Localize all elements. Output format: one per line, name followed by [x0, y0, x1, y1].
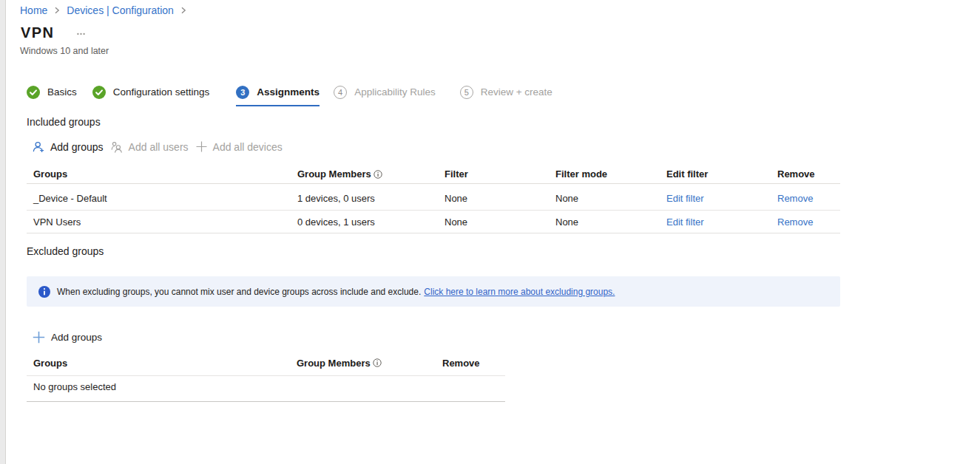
step-label: Configuration settings: [113, 86, 210, 99]
remove-link[interactable]: Remove: [777, 193, 813, 204]
breadcrumb: Home Devices | Configuration: [20, 4, 980, 16]
excluded-groups-heading: Excluded groups: [27, 245, 980, 257]
no-groups-selected-text: No groups selected: [27, 381, 297, 392]
column-header-remove: Remove: [777, 168, 840, 180]
group-members: 0 devices, 1 users: [297, 216, 445, 228]
column-header-edit-filter: Edit filter: [666, 168, 777, 180]
step-label: Basics: [47, 86, 77, 99]
filter-value: None: [445, 193, 555, 204]
breadcrumb-home-link[interactable]: Home: [20, 4, 47, 16]
column-header-group-members: Group Members: [297, 358, 442, 369]
excluded-add-groups-button[interactable]: Add groups: [27, 330, 980, 344]
check-circle-icon: [27, 86, 40, 102]
breadcrumb-chevron-icon: [180, 6, 187, 15]
filter-mode-value: None: [555, 193, 666, 204]
info-icon[interactable]: [374, 170, 382, 179]
add-all-users-label: Add all users: [129, 141, 189, 153]
breadcrumb-devices-configuration-link[interactable]: Devices | Configuration: [67, 4, 173, 16]
step-assignments[interactable]: 3 Assignments: [236, 86, 320, 106]
left-pane-edge: [0, 0, 6, 464]
included-groups-table: Groups Group Members Filter Filter mode …: [27, 167, 980, 233]
column-header-remove: Remove: [442, 358, 505, 369]
person-add-icon: [32, 140, 45, 154]
step-label: Applicability Rules: [354, 86, 436, 99]
included-groups-toolbar: Add groups Add all users Add all devices: [27, 140, 980, 154]
step-review-create[interactable]: 5 Review + create: [460, 86, 552, 106]
page-subtitle: Windows 10 and later: [20, 46, 980, 57]
assignments-page: Home Devices | Configuration VPN Windows…: [6, 0, 980, 464]
add-groups-label: Add groups: [50, 141, 104, 153]
filter-mode-value: None: [555, 216, 666, 228]
step-applicability-rules[interactable]: 4 Applicability Rules: [334, 86, 436, 106]
edit-filter-link[interactable]: Edit filter: [666, 193, 704, 204]
remove-link[interactable]: Remove: [777, 216, 813, 228]
excluded-add-groups-label: Add groups: [51, 332, 102, 343]
column-header-filter: Filter: [445, 168, 555, 180]
step-label: Review + create: [481, 86, 552, 99]
breadcrumb-chevron-icon: [53, 6, 61, 15]
empty-table-row: No groups selected: [27, 376, 505, 402]
edit-filter-link[interactable]: Edit filter: [666, 216, 704, 228]
people-icon: [110, 140, 124, 154]
add-all-devices-button[interactable]: Add all devices: [195, 140, 283, 153]
add-all-devices-label: Add all devices: [213, 141, 283, 153]
step-number-icon: 4: [334, 86, 347, 99]
column-header-groups: Groups: [27, 358, 297, 369]
info-icon[interactable]: [373, 358, 382, 367]
column-header-groups: Groups: [27, 168, 297, 180]
group-name: VPN Users: [27, 216, 297, 228]
group-members: 1 devices, 0 users: [297, 193, 445, 204]
step-configuration-settings[interactable]: Configuration settings: [92, 86, 210, 106]
table-header-row: Groups Group Members Filter Filter mode …: [27, 167, 840, 184]
step-label: Assignments: [257, 86, 320, 99]
column-header-group-members: Group Members: [297, 168, 445, 180]
more-options-icon[interactable]: [77, 33, 85, 35]
plus-icon: [195, 140, 208, 153]
included-groups-heading: Included groups: [27, 116, 980, 128]
add-all-users-button[interactable]: Add all users: [110, 140, 189, 154]
step-number-icon: 5: [460, 86, 473, 99]
column-header-filter-mode: Filter mode: [555, 168, 666, 180]
wizard-steps: Basics Configuration settings 3 Assignme…: [27, 86, 980, 106]
excluded-groups-table: Groups Group Members Remove No groups se…: [27, 355, 980, 402]
page-title: VPN: [21, 23, 54, 42]
step-number-icon: 3: [236, 86, 249, 99]
step-basics[interactable]: Basics: [27, 86, 77, 106]
banner-text: When excluding groups, you cannot mix us…: [57, 287, 421, 297]
check-circle-icon: [92, 86, 106, 102]
table-row: VPN Users 0 devices, 1 users None None E…: [27, 211, 840, 233]
plus-icon: [33, 331, 45, 344]
group-name: _Device - Default: [27, 193, 297, 204]
filter-value: None: [445, 216, 555, 228]
info-filled-icon: [38, 286, 50, 298]
info-banner: When excluding groups, you cannot mix us…: [27, 276, 840, 307]
banner-learn-more-link[interactable]: Click here to learn more about excluding…: [424, 287, 615, 297]
table-row: _Device - Default 1 devices, 0 users Non…: [27, 184, 840, 211]
add-groups-button[interactable]: Add groups: [32, 140, 104, 154]
table-header-row: Groups Group Members Remove: [27, 355, 505, 376]
